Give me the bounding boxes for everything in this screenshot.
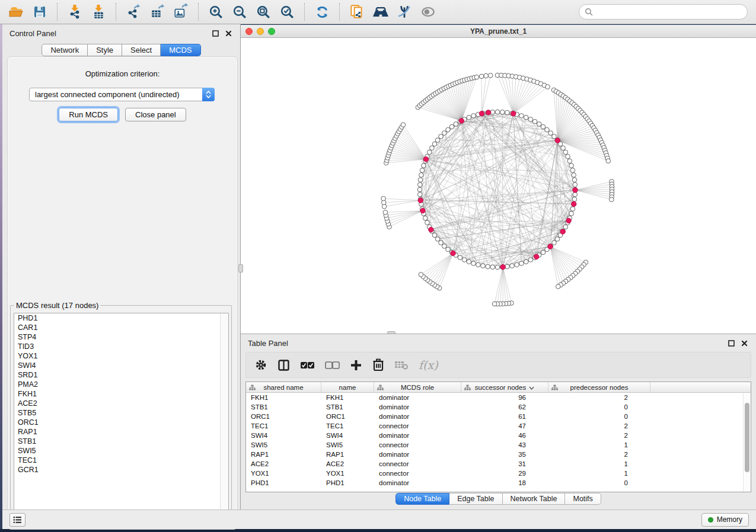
column-header-MCDS-role[interactable]: MCDS role: [374, 382, 461, 392]
splitter-grip-vertical[interactable]: [238, 264, 243, 273]
close-panel-button[interactable]: Close panel: [125, 108, 186, 121]
clone-network-icon[interactable]: [347, 2, 367, 21]
criterion-dropdown[interactable]: largest connected component (undirected): [29, 88, 215, 101]
close-table-panel-icon[interactable]: [739, 338, 749, 348]
mcds-result-list[interactable]: PHD1CAR1STP4TID3YOX1SWI4SRD1PMA2FKH1ACE2…: [14, 313, 229, 523]
tab-node-table[interactable]: Node Table: [395, 493, 449, 505]
network-view-window: YPA_prune.txt_1: [241, 25, 756, 334]
table-cell: ACE2: [246, 459, 321, 469]
mcds-result-item[interactable]: ACE2: [14, 399, 228, 408]
add-column-icon[interactable]: [350, 359, 362, 371]
show-details-icon: [418, 2, 438, 21]
run-mcds-button[interactable]: Run MCDS: [59, 108, 118, 121]
table-scrollbar[interactable]: [743, 393, 751, 492]
mcds-result-item[interactable]: GCR1: [14, 465, 228, 475]
mcds-result-item[interactable]: SRD1: [14, 370, 228, 380]
table-cell: 1: [548, 469, 650, 478]
mcds-result-item[interactable]: SWI4: [14, 361, 228, 370]
memory-label: Memory: [717, 515, 742, 524]
table-scrollbar-thumb[interactable]: [745, 403, 749, 472]
zoom-in-icon[interactable]: [206, 2, 226, 21]
tab-style[interactable]: Style: [88, 44, 122, 56]
export-table-icon[interactable]: [147, 2, 167, 21]
table-row[interactable]: YOX1YOX1connector291: [246, 469, 751, 478]
tab-mcds[interactable]: MCDS: [161, 44, 200, 56]
toolbar-separator: [304, 3, 305, 21]
table-cell: RAP1: [246, 450, 321, 459]
table-cell: 0: [548, 402, 650, 412]
zoom-fit-icon[interactable]: [253, 2, 273, 21]
dropdown-stepper-icon: [202, 88, 215, 101]
node-table[interactable]: shared namenameMCDS rolesuccessor nodesp…: [245, 382, 751, 492]
tab-select[interactable]: Select: [122, 44, 161, 56]
table-row[interactable]: STB1STB1dominator620: [246, 402, 751, 412]
shared-column-icon: [377, 384, 384, 392]
table-cell: ORC1: [246, 412, 321, 421]
optimization-criterion-label: Optimization criterion:: [8, 69, 237, 78]
mcds-result-item[interactable]: STB1: [14, 437, 228, 446]
function-builder-icon: f(x): [419, 358, 438, 371]
import-table-icon[interactable]: [88, 2, 109, 21]
tab-network-table[interactable]: Network Table: [503, 493, 566, 505]
task-history-button[interactable]: [9, 513, 25, 527]
export-image-icon[interactable]: [171, 2, 191, 21]
table-cell: connector: [374, 459, 461, 469]
mcds-result-item[interactable]: SWI5: [14, 446, 228, 456]
shared-column-icon: [464, 384, 471, 392]
hide-details-icon[interactable]: [394, 2, 414, 21]
mcds-result-item[interactable]: CAR1: [14, 323, 228, 332]
delete-column-icon[interactable]: [372, 358, 384, 371]
mcds-result-item[interactable]: YOX1: [14, 351, 228, 361]
settings-gear-icon[interactable]: [254, 358, 267, 371]
table-row[interactable]: ACE2ACE2connector311: [246, 459, 751, 469]
column-layout-icon[interactable]: [277, 359, 290, 371]
float-panel-icon[interactable]: [210, 28, 220, 38]
save-session-icon[interactable]: [30, 2, 50, 21]
zoom-out-icon[interactable]: [229, 2, 250, 21]
export-network-icon[interactable]: [123, 2, 143, 21]
mcds-result-item[interactable]: PMA2: [14, 380, 228, 389]
mcds-result-item[interactable]: TID3: [14, 342, 228, 351]
column-header-predecessor-nodes[interactable]: predecessor nodes: [548, 382, 650, 392]
select-all-icon[interactable]: [300, 361, 315, 369]
mcds-result-item[interactable]: PHD1: [14, 313, 228, 323]
table-row[interactable]: TEC1TEC1connector472: [246, 421, 751, 431]
search-field[interactable]: [579, 4, 748, 20]
table-row[interactable]: SWI4SWI4dominator462: [246, 431, 751, 440]
table-row[interactable]: RAP1RAP1dominator352: [246, 450, 751, 459]
mcds-result-item[interactable]: STP4: [14, 332, 228, 342]
memory-button[interactable]: Memory: [701, 513, 749, 527]
tab-network[interactable]: Network: [42, 44, 88, 56]
table-cell: 61: [461, 412, 548, 421]
column-header-name[interactable]: name: [321, 382, 374, 392]
close-panel-icon[interactable]: [224, 28, 233, 38]
mcds-result-item[interactable]: FKH1: [14, 389, 228, 399]
table-row[interactable]: ORC1ORC1dominator610: [246, 412, 751, 421]
table-cell: PHD1: [321, 478, 374, 488]
column-header-successor-nodes[interactable]: successor nodes: [461, 382, 548, 392]
deselect-all-icon[interactable]: [325, 361, 340, 369]
table-row[interactable]: PHD1PHD1dominator180: [246, 478, 751, 488]
mcds-result-item[interactable]: RAP1: [14, 427, 228, 437]
table-cell: connector: [374, 440, 461, 450]
refresh-view-icon[interactable]: [312, 2, 332, 21]
mcds-list-scrollbar[interactable]: [220, 313, 228, 522]
column-header-shared-name[interactable]: shared name: [246, 382, 321, 392]
tab-motifs[interactable]: Motifs: [565, 493, 601, 505]
mcds-result-item[interactable]: ORC1: [14, 418, 228, 427]
table-cell: STB1: [246, 402, 321, 412]
mcds-result-item[interactable]: TEC1: [14, 456, 228, 465]
table-row[interactable]: FKH1FKH1dominator962: [246, 393, 751, 402]
table-cell: 31: [461, 459, 548, 469]
import-network-icon[interactable]: [65, 2, 85, 21]
open-file-icon[interactable]: [6, 2, 26, 21]
network-graph-canvas[interactable]: [241, 38, 756, 334]
search-input[interactable]: [596, 8, 742, 16]
network-window-titlebar[interactable]: YPA_prune.txt_1: [241, 25, 756, 38]
table-row[interactable]: SWI5SWI5connector431: [246, 440, 751, 450]
mcds-result-item[interactable]: STB5: [14, 408, 228, 418]
float-table-panel-icon[interactable]: [726, 338, 736, 348]
find-icon[interactable]: [371, 2, 391, 21]
tab-edge-table[interactable]: Edge Table: [449, 493, 502, 505]
zoom-selected-icon[interactable]: [277, 2, 297, 21]
